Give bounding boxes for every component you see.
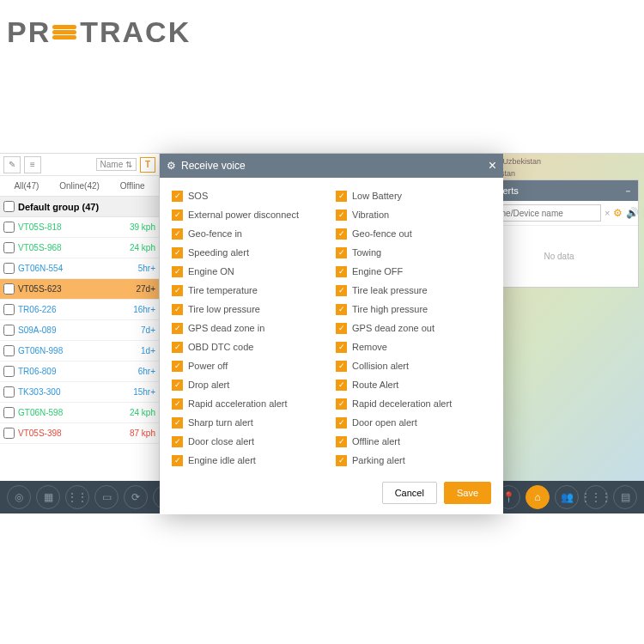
checkbox-icon[interactable]: ✓ [336,436,347,447]
voice-option[interactable]: ✓SOS [172,186,327,205]
tool-icon[interactable]: ▦ [36,485,60,509]
voice-option[interactable]: ✓Door close alert [172,432,327,451]
voice-option[interactable]: ✓Tire high pressure [336,300,491,319]
checkbox-icon[interactable]: ✓ [172,266,183,277]
voice-option[interactable]: ✓Rapid acceleration alert [172,394,327,413]
device-checkbox[interactable] [3,345,15,356]
checkbox-icon[interactable]: ✓ [172,323,183,334]
checkbox-icon[interactable]: ✓ [172,228,183,240]
device-row[interactable]: GT06N-5545hr+ [0,258,159,279]
device-checkbox[interactable] [3,283,15,295]
checkbox-icon[interactable]: ✓ [336,398,347,410]
device-row[interactable]: TR06-22616hr+ [0,300,159,320]
tool-icon[interactable]: ⋮⋮⋮ [584,485,608,509]
device-row[interactable]: GT06N-9981d+ [0,341,159,361]
save-button[interactable]: Save [444,482,491,504]
device-row[interactable]: VT05S-81839 kph [0,217,159,238]
checkbox-icon[interactable]: ✓ [336,266,347,277]
device-row[interactable]: VT05S-39887 kph [0,423,159,444]
device-row[interactable]: VT05S-62327d+ [0,279,159,300]
device-row[interactable]: S09A-0897d+ [0,320,159,341]
voice-option[interactable]: ✓OBD DTC code [172,337,327,356]
voice-option[interactable]: ✓Tire low pressure [172,300,327,319]
device-row[interactable]: TR06-8096hr+ [0,361,159,382]
checkbox-icon[interactable]: ✓ [172,191,183,202]
cancel-button[interactable]: Cancel [382,482,437,504]
voice-option[interactable]: ✓GPS dead zone out [336,319,491,337]
sort-button[interactable]: Name ⇅ [96,158,137,171]
voice-option[interactable]: ✓Remove [336,337,491,356]
voice-option[interactable]: ✓External power disconnect [172,205,327,224]
checkbox-icon[interactable]: ✓ [172,342,183,353]
checkbox-icon[interactable]: ✓ [336,304,347,315]
voice-option[interactable]: ✓Sharp turn alert [172,413,327,432]
voice-option[interactable]: ✓Drop alert [172,375,327,394]
device-checkbox[interactable] [3,304,15,315]
device-checkbox[interactable] [3,325,15,336]
checkbox-icon[interactable]: ✓ [336,455,347,466]
checkbox-icon[interactable]: ✓ [172,247,183,258]
checkbox-icon[interactable]: ✓ [336,380,347,391]
voice-option[interactable]: ✓Offline alert [336,432,491,451]
tool-icon[interactable]: ▭ [94,485,118,509]
list-icon[interactable]: ≡ [24,156,41,173]
voice-option[interactable]: ✓Low Battery [336,186,491,205]
checkbox-icon[interactable]: ✓ [172,398,183,410]
voice-option[interactable]: ✓Collision alert [336,356,491,375]
voice-option[interactable]: ✓Tire temperature [172,281,327,300]
tool-icon[interactable]: ▤ [613,485,637,509]
voice-option[interactable]: ✓Route Alert [336,375,491,394]
home-icon[interactable]: ⌂ [526,485,550,509]
checkbox-icon[interactable]: ✓ [172,210,183,221]
checkbox-icon[interactable]: ✓ [172,304,183,315]
device-checkbox[interactable] [3,386,15,398]
tool-icon[interactable]: ⋮⋮ [65,485,89,509]
device-checkbox[interactable] [3,428,15,439]
checkbox-icon[interactable]: ✓ [336,361,347,372]
voice-option[interactable]: ✓Geo-fence in [172,224,327,243]
checkbox-icon[interactable]: ✓ [336,247,347,258]
device-checkbox[interactable] [3,366,15,377]
device-checkbox[interactable] [3,222,15,233]
checkbox-icon[interactable]: ✓ [172,455,183,466]
tool-icon[interactable]: ◎ [7,485,31,509]
group-checkbox[interactable] [3,201,15,212]
tool-icon[interactable]: 👥 [555,485,579,509]
clear-icon[interactable]: × [605,208,610,218]
tab-all[interactable]: All(47) [0,176,53,196]
checkbox-icon[interactable]: ✓ [336,210,347,221]
checkbox-icon[interactable]: ✓ [172,361,183,372]
checkbox-icon[interactable]: ✓ [172,417,183,428]
voice-option[interactable]: ✓Engine OFF [336,262,491,281]
device-row[interactable]: GT06N-59824 kph [0,403,159,423]
checkbox-icon[interactable]: ✓ [172,285,183,296]
voice-option[interactable]: ✓Engine ON [172,262,327,281]
checkbox-icon[interactable]: ✓ [336,191,347,202]
checkbox-icon[interactable]: ✓ [172,436,183,447]
voice-option[interactable]: ✓Parking alert [336,451,491,470]
t-toggle-button[interactable]: T [140,157,155,173]
checkbox-icon[interactable]: ✓ [336,417,347,428]
voice-option[interactable]: ✓Vibration [336,205,491,224]
sound-icon[interactable]: 🔊 [626,206,639,220]
voice-option[interactable]: ✓Geo-fence out [336,224,491,243]
voice-option[interactable]: ✓Engine idle alert [172,451,327,470]
checkbox-icon[interactable]: ✓ [336,342,347,353]
modal-close-icon[interactable]: × [489,158,496,173]
voice-option[interactable]: ✓Towing [336,243,491,262]
voice-option[interactable]: ✓GPS dead zone in [172,319,327,337]
voice-option[interactable]: ✓Door open alert [336,413,491,432]
device-checkbox[interactable] [3,407,15,418]
device-row[interactable]: VT05S-96824 kph [0,238,159,258]
gear-icon[interactable]: ⚙ [613,206,623,220]
checkbox-icon[interactable]: ✓ [172,380,183,391]
group-row[interactable]: Default group (47) [0,197,159,217]
alerts-close-icon[interactable]: － [623,185,633,197]
voice-option[interactable]: ✓Speeding alert [172,243,327,262]
tab-online[interactable]: Online(42) [53,176,106,196]
device-checkbox[interactable] [3,242,15,253]
voice-option[interactable]: ✓Rapid deceleration alert [336,394,491,413]
tab-offline[interactable]: Offline [106,176,159,196]
checkbox-icon[interactable]: ✓ [336,228,347,240]
voice-option[interactable]: ✓Tire leak pressure [336,281,491,300]
